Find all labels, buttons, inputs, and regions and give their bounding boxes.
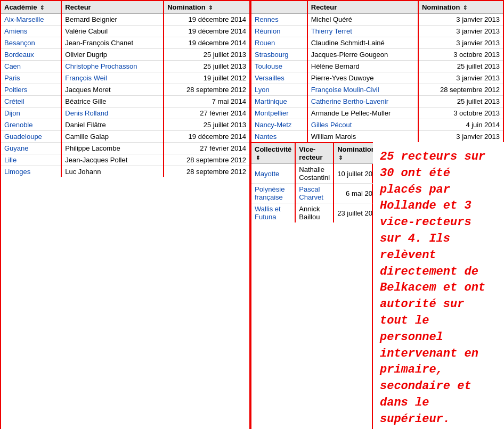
- recteur-link[interactable]: Denis Rolland: [65, 109, 108, 117]
- academie-cell: Nantes: [251, 131, 307, 143]
- nomination-cell: 25 juillet 2013: [418, 96, 503, 108]
- academie-link[interactable]: Guyane: [4, 144, 29, 152]
- academie-link[interactable]: Aix-Marseille: [4, 15, 44, 23]
- nomination-text-area: 25 recteurs sur 30 ont été placés par Ho…: [373, 142, 504, 429]
- table-row: MayotteNathalie Costantini10 juillet 201…: [251, 164, 383, 184]
- table-row: StrasbourgJacques-Pierre Gougeon3 octobr…: [251, 49, 503, 61]
- academie-cell: Amiens: [1, 26, 61, 37]
- academie-link[interactable]: Bordeaux: [4, 51, 34, 59]
- top-right-table: Recteur Nomination ⇕ RennesMichel Quéré3…: [251, 1, 503, 142]
- recteur-cell: Françoise Moulin-Civil: [307, 84, 418, 96]
- table-row: LimogesLuc Johann28 septembre 2012: [1, 166, 249, 178]
- col-header-recteur[interactable]: Recteur: [61, 1, 164, 14]
- recteur-cell: Luc Johann: [61, 166, 164, 178]
- vicerecteur-cell: Pascal Charvet: [295, 184, 334, 203]
- nomination-cell: 19 décembre 2014: [164, 37, 249, 49]
- academie-link[interactable]: Lille: [4, 156, 17, 164]
- table-row: PoitiersJacques Moret28 septembre 2012: [1, 84, 249, 96]
- academie-link[interactable]: Rennes: [255, 15, 279, 23]
- table-row: GuadeloupeCamille Galap19 décembre 2014: [1, 131, 249, 143]
- table-row: BesançonJean-François Chanet19 décembre …: [1, 37, 249, 49]
- table-row: GrenobleDaniel Filâtre25 juillet 2013: [1, 119, 249, 131]
- nomination-cell: 28 septembre 2012: [164, 154, 249, 166]
- nomination-cell: 25 juillet 2013: [164, 61, 249, 72]
- academie-link[interactable]: Nantes: [255, 133, 277, 141]
- table-row: LyonFrançoise Moulin-Civil28 septembre 2…: [251, 84, 503, 96]
- recteur-link[interactable]: Christophe Prochasson: [65, 62, 137, 70]
- recteur-cell: Jean-François Chanet: [61, 37, 164, 49]
- academie-link[interactable]: Paris: [4, 74, 20, 82]
- recteur-link[interactable]: Catherine Bertho-Lavenir: [311, 97, 388, 105]
- academie-link[interactable]: Caen: [4, 62, 21, 70]
- table-row: Wallis et FutunaAnnick Baillou23 juillet…: [251, 203, 383, 223]
- recteur-cell: Philippe Lacombe: [61, 143, 164, 154]
- academie-link[interactable]: Rouen: [255, 39, 275, 47]
- academie-cell: Rennes: [251, 14, 307, 26]
- top-left-table: Académie ⇕ Recteur Nomination ⇕ Aix-Mars…: [1, 1, 249, 177]
- nomination-cell: 19 décembre 2014: [164, 131, 249, 143]
- nomination-cell: 28 septembre 2012: [418, 84, 503, 96]
- table-row: CaenChristophe Prochasson25 juillet 2013: [1, 61, 249, 72]
- table-row: Aix-MarseilleBernard Beignier19 décembre…: [1, 14, 249, 26]
- academie-cell: Bordeaux: [1, 49, 61, 61]
- academie-cell: Nancy-Metz: [251, 119, 307, 131]
- recteur-cell: Jacques-Pierre Gougeon: [307, 49, 418, 61]
- academie-cell: Lyon: [251, 84, 307, 96]
- academie-cell: Créteil: [1, 96, 61, 108]
- academie-link[interactable]: Nancy-Metz: [255, 121, 291, 129]
- recteur-cell: Jean-Jacques Pollet: [61, 154, 164, 166]
- nomination-cell: 3 octobre 2013: [418, 108, 503, 119]
- academie-link[interactable]: Strasbourg: [255, 51, 289, 59]
- academie-cell: Martinique: [251, 96, 307, 108]
- top-right-vice-panel: Collectivité ⇕ Vice-recteur Nomination ⇕…: [250, 142, 373, 429]
- academie-link[interactable]: Martinique: [255, 97, 287, 105]
- nomination-cell: 7 mai 2014: [164, 96, 249, 108]
- collectivite-link[interactable]: Mayotte: [255, 170, 279, 178]
- nomination-cell: 3 janvier 2013: [418, 14, 503, 26]
- nomination-paragraph: 25 recteurs sur 30 ont été placés par Ho…: [377, 146, 500, 429]
- academie-cell: Réunion: [251, 26, 307, 37]
- collectivite-cell: Polynésie française: [251, 184, 295, 203]
- academie-link[interactable]: Versailles: [255, 74, 284, 82]
- recteur-link[interactable]: Thierry Terret: [311, 27, 352, 35]
- table-row: VersaillesPierre-Yves Duwoye3 janvier 20…: [251, 72, 503, 84]
- table-row: RouenClaudine Schmidt-Lainé3 janvier 201…: [251, 37, 503, 49]
- col-header-vicerecteur: Vice-recteur: [295, 143, 334, 164]
- table-row: NantesWilliam Marois3 janvier 2013: [251, 131, 503, 143]
- collectivite-link[interactable]: Wallis et Futuna: [255, 205, 281, 221]
- academie-link[interactable]: Toulouse: [255, 62, 282, 70]
- recteur-link[interactable]: François Weil: [65, 74, 107, 82]
- nomination-cell: 3 octobre 2013: [418, 49, 503, 61]
- col-header-academie[interactable]: Académie ⇕: [1, 1, 61, 14]
- academie-link[interactable]: Réunion: [255, 27, 280, 35]
- vicerecteur-link[interactable]: Pascal Charvet: [299, 185, 323, 201]
- recteur-link[interactable]: Gilles Pécout: [311, 121, 352, 129]
- academie-cell: Rouen: [251, 37, 307, 49]
- academie-link[interactable]: Grenoble: [4, 121, 32, 129]
- collectivite-link[interactable]: Polynésie française: [255, 185, 284, 201]
- nomination-cell: 25 juillet 2013: [418, 61, 503, 72]
- academie-link[interactable]: Lyon: [255, 86, 270, 94]
- academie-cell: Montpellier: [251, 108, 307, 119]
- academie-cell: Versailles: [251, 72, 307, 84]
- right-panel: Recteur Nomination ⇕ RennesMichel Quéré3…: [250, 0, 504, 429]
- academie-link[interactable]: Amiens: [4, 27, 27, 35]
- academie-link[interactable]: Créteil: [4, 97, 25, 105]
- academie-link[interactable]: Poitiers: [4, 86, 27, 94]
- sort-icon-academie: ⇕: [40, 5, 44, 11]
- col-header-nomination[interactable]: Nomination ⇕: [164, 1, 249, 14]
- recteur-link[interactable]: Françoise Moulin-Civil: [311, 86, 379, 94]
- academie-link[interactable]: Limoges: [4, 168, 30, 176]
- recteur-cell: Daniel Filâtre: [61, 119, 164, 131]
- recteur-cell: Michel Quéré: [307, 14, 418, 26]
- recteur-cell: Gilles Pécout: [307, 119, 418, 131]
- academie-link[interactable]: Besançon: [4, 39, 35, 47]
- nomination-cell: 3 janvier 2013: [418, 131, 503, 143]
- nomination-cell: 19 décembre 2014: [164, 14, 249, 26]
- academie-link[interactable]: Dijon: [4, 109, 20, 117]
- academie-link[interactable]: Guadeloupe: [4, 133, 42, 141]
- academie-cell: Paris: [1, 72, 61, 84]
- recteur-cell: Olivier Dugrip: [61, 49, 164, 61]
- nomination-cell: 28 septembre 2012: [164, 166, 249, 178]
- academie-link[interactable]: Montpellier: [255, 109, 289, 117]
